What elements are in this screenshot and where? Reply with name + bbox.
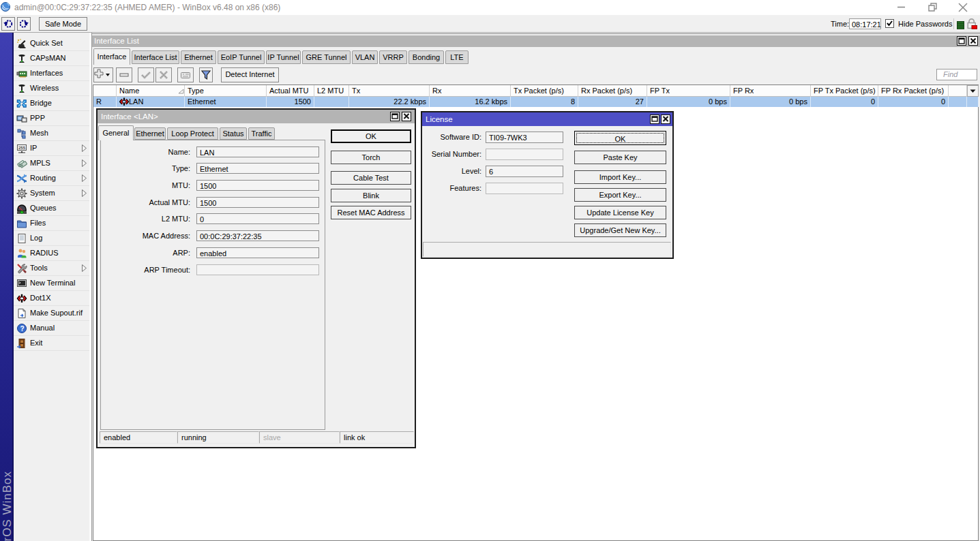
svg-text:255: 255 bbox=[18, 146, 26, 150]
svg-text:?: ? bbox=[20, 325, 24, 333]
